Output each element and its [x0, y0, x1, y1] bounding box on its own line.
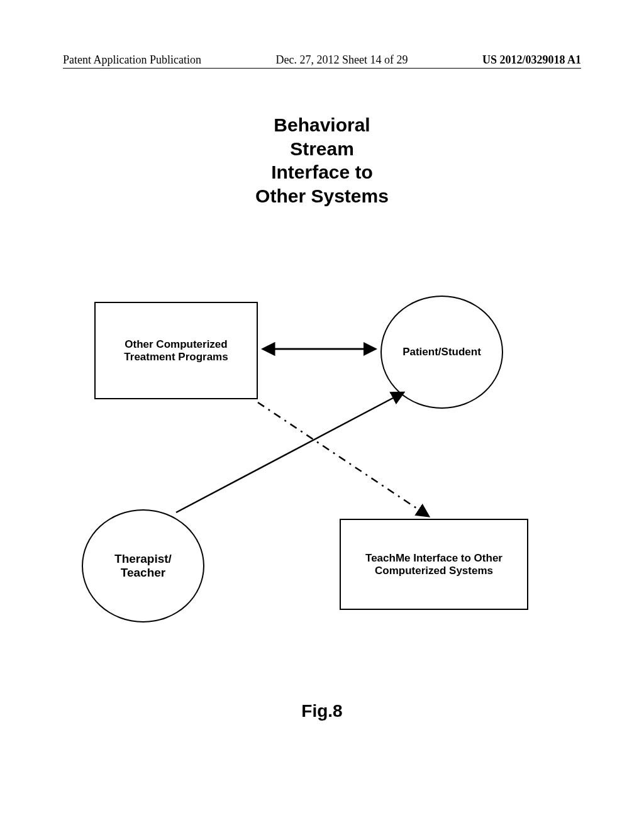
title-line-2: Stream: [0, 137, 644, 161]
page-header: Patent Application Publication Dec. 27, …: [0, 53, 644, 67]
box1-text-line2: Treatment Programs: [124, 351, 228, 363]
header-publication: Patent Application Publication: [63, 53, 201, 67]
box-other-programs: Other Computerized Treatment Programs: [94, 302, 258, 399]
box2-text-line2: Computerized Systems: [365, 565, 502, 577]
diagram-canvas: Other Computerized Treatment Programs Pa…: [69, 277, 572, 641]
box2-text-line1: TeachMe Interface to Other: [365, 552, 502, 565]
circle-therapist-teacher: Therapist/ Teacher: [82, 509, 204, 622]
svg-line-4: [258, 402, 428, 516]
header-date-sheet: Dec. 27, 2012 Sheet 14 of 29: [275, 53, 408, 67]
circle2-text-line1: Therapist/: [114, 552, 172, 566]
box-teachme-interface: TeachMe Interface to Other Computerized …: [340, 519, 528, 610]
circle2-text-line2: Teacher: [114, 566, 172, 580]
circle1-text: Patient/Student: [402, 346, 481, 358]
box1-text-line1: Other Computerized: [124, 338, 228, 351]
circle-patient-student: Patient/Student: [380, 296, 503, 409]
title-line-3: Interface to: [0, 160, 644, 184]
title-line-1: Behavioral: [0, 113, 644, 137]
title-line-4: Other Systems: [0, 184, 644, 208]
figure-label: Fig.8: [0, 701, 644, 721]
diagram-title: Behavioral Stream Interface to Other Sys…: [0, 113, 644, 208]
header-rule: [63, 68, 581, 69]
header-patent-number: US 2012/0329018 A1: [482, 53, 581, 67]
svg-line-3: [176, 393, 402, 512]
